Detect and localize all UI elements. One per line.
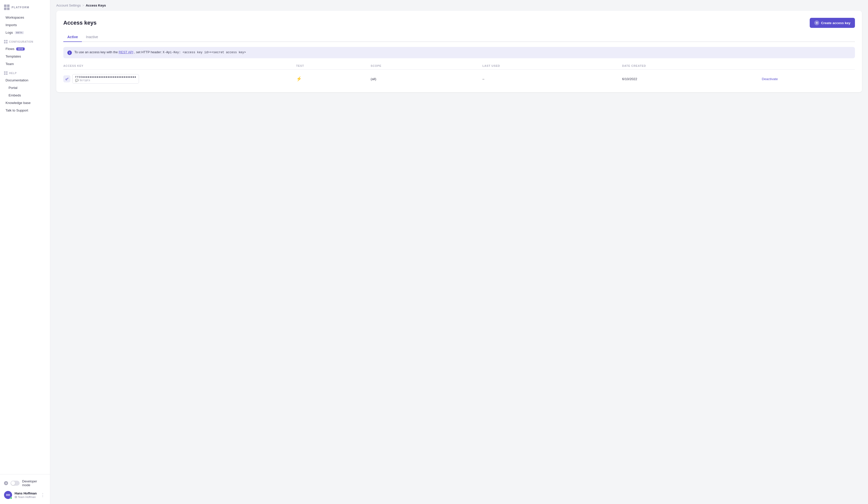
user-avatar: HH: [4, 491, 12, 499]
sidebar-item-label: Documentation: [6, 78, 28, 82]
create-access-key-button[interactable]: ＋ Create access key: [810, 18, 855, 28]
sidebar-item-documentation[interactable]: Documentation: [1, 76, 49, 84]
team-icon: ▤: [14, 495, 17, 498]
info-icon: i: [67, 51, 72, 55]
developer-mode-label: Developer mode: [22, 480, 46, 487]
tab-active[interactable]: Active: [63, 33, 82, 42]
sidebar-item-imports[interactable]: Imports: [1, 21, 49, 29]
user-more-button[interactable]: ⋮: [40, 492, 46, 498]
sidebar-item-label: Talk to Support: [6, 108, 28, 112]
rest-api-link[interactable]: REST API: [118, 50, 133, 54]
sidebar-item-knowledge-base[interactable]: Knowledge base: [1, 99, 49, 106]
info-text: To use an access key with the REST API ,…: [74, 50, 246, 54]
access-keys-table: ACCESS KEY TEST SCOPE LAST USED DATE CRE…: [63, 64, 855, 87]
sidebar-item-label: Templates: [6, 54, 21, 58]
sidebar-item-label: Team: [6, 62, 14, 66]
sidebar-item-label: Flows: [6, 47, 14, 51]
last-used-value: –: [482, 77, 484, 81]
sidebar-item-talk-to-support[interactable]: Talk to Support: [1, 107, 49, 114]
toggle-off-icon: ✕: [4, 481, 8, 485]
table-row: FF00●●●●●●●●●●●●●●●●●●●●●●●●●●●●●● 💬 Scr…: [63, 71, 855, 87]
online-indicator: [10, 497, 12, 499]
breadcrumb-current: Access Keys: [86, 3, 106, 7]
actions-cell: Deactivate: [762, 77, 855, 81]
sidebar-item-label: Logs: [6, 31, 13, 34]
help-icon: [4, 71, 8, 75]
key-label-row: 💬 Scripts: [75, 79, 136, 82]
last-used-cell: –: [482, 77, 622, 81]
user-initials: HH: [6, 493, 10, 496]
sidebar-item-flows[interactable]: Flows NEW: [1, 45, 49, 52]
help-section-label: HELP: [0, 68, 50, 76]
content-area: Access keys ＋ Create access key Active I…: [50, 11, 868, 504]
sidebar-bottom: ✕ Developer mode HH Hans Hoffman ▤ Team …: [0, 474, 50, 504]
info-middle: , set HTTP header:: [134, 50, 162, 54]
configuration-icon: [4, 40, 8, 43]
key-svg-icon: [65, 77, 69, 81]
info-code: X-Api-Key: <access key id>+<secret acces…: [163, 51, 246, 54]
sidebar-help-section: Documentation Portal Embeds Knowledge ba…: [0, 76, 50, 114]
col-date-created: DATE CREATED: [622, 64, 762, 67]
sidebar-item-label: Portal: [9, 86, 17, 90]
platform-label: PLATFORM: [12, 6, 29, 9]
breadcrumb: Account Settings > Access Keys: [56, 3, 106, 7]
col-test: TEST: [296, 64, 371, 67]
beta-badge: BETA: [15, 31, 24, 34]
scope-value: (all): [371, 77, 376, 81]
tabs: Active Inactive: [63, 33, 855, 42]
date-created-cell: 6/10/2022: [622, 77, 762, 81]
chat-icon: 💬: [75, 79, 79, 82]
key-value-text: FF00●●●●●●●●●●●●●●●●●●●●●●●●●●●●●●: [75, 76, 136, 78]
sidebar-configuration-section: Flows NEW Templates Team: [0, 45, 50, 68]
sidebar-item-workspaces[interactable]: Workspaces: [1, 14, 49, 21]
sidebar-logo: PLATFORM: [0, 0, 50, 13]
deactivate-button[interactable]: Deactivate: [762, 77, 778, 81]
sidebar-item-embeds[interactable]: Embeds: [1, 92, 49, 99]
user-name: Hans Hoffman: [14, 492, 37, 495]
new-badge: NEW: [16, 48, 24, 51]
plus-icon: ＋: [814, 20, 819, 25]
date-created-value: 6/10/2022: [622, 77, 637, 81]
key-value-box: FF00●●●●●●●●●●●●●●●●●●●●●●●●●●●●●● 💬 Scr…: [72, 74, 139, 84]
col-last-used: LAST USED: [482, 64, 622, 67]
sidebar-item-templates[interactable]: Templates: [1, 53, 49, 60]
breadcrumb-separator: >: [82, 3, 84, 7]
sidebar-item-portal[interactable]: Portal: [1, 84, 49, 92]
info-box: i To use an access key with the REST API…: [63, 47, 855, 58]
table-header: ACCESS KEY TEST SCOPE LAST USED DATE CRE…: [63, 64, 855, 70]
col-scope: SCOPE: [371, 64, 482, 67]
scope-cell: (all): [371, 77, 482, 81]
sidebar-item-label: Knowledge base: [6, 101, 31, 105]
main-content: Account Settings > Access Keys Access ke…: [50, 0, 868, 504]
breadcrumb-parent[interactable]: Account Settings: [56, 3, 81, 7]
sidebar-item-label: Imports: [6, 23, 17, 27]
create-access-key-label: Create access key: [821, 21, 850, 25]
user-team: ▤ Team Hoffman: [14, 495, 37, 498]
bolt-icon: ⚡: [296, 76, 302, 82]
test-cell: ⚡: [296, 76, 371, 82]
tab-inactive[interactable]: Inactive: [82, 33, 102, 42]
topbar: Account Settings > Access Keys: [50, 0, 868, 11]
access-key-cell: FF00●●●●●●●●●●●●●●●●●●●●●●●●●●●●●● 💬 Scr…: [63, 74, 296, 84]
card-header: Access keys ＋ Create access key: [63, 18, 855, 28]
key-label: Scripts: [80, 79, 90, 82]
sidebar-item-logs[interactable]: Logs BETA: [1, 29, 49, 36]
sidebar-platform-section: Workspaces Imports Logs BETA: [0, 13, 50, 36]
sidebar-item-label: Embeds: [9, 93, 21, 97]
key-icon: [63, 75, 70, 82]
user-info: Hans Hoffman ▤ Team Hoffman: [14, 492, 37, 498]
info-intro: To use an access key with the: [74, 50, 118, 54]
platform-logo-icon: [4, 4, 10, 10]
sidebar-item-label: Workspaces: [6, 15, 24, 19]
toggle-knob: [11, 481, 15, 485]
team-label: Team Hoffman: [18, 495, 36, 498]
col-actions: [762, 64, 855, 67]
page-title: Access keys: [63, 20, 96, 26]
col-access-key: ACCESS KEY: [63, 64, 296, 67]
sidebar-item-team[interactable]: Team: [1, 60, 49, 67]
sidebar: PLATFORM Workspaces Imports Logs BETA CO…: [0, 0, 50, 504]
developer-mode-toggle[interactable]: [11, 481, 20, 486]
configuration-section-label: CONFIGURATION: [0, 36, 50, 45]
user-row[interactable]: HH Hans Hoffman ▤ Team Hoffman ⋮: [0, 489, 50, 501]
developer-mode-row: ✕ Developer mode: [0, 477, 50, 489]
